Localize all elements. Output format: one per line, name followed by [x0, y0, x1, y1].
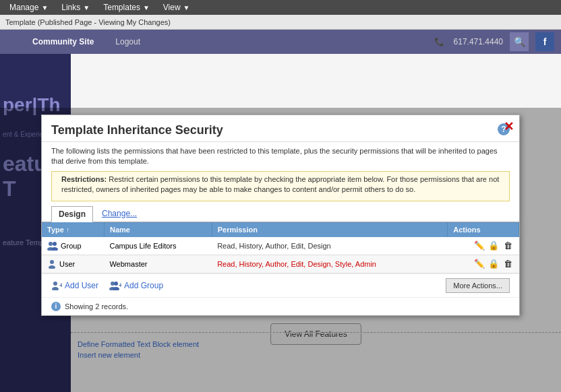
- add-group-link[interactable]: + Add Group: [109, 281, 163, 290]
- col-permission: Permission: [212, 222, 448, 237]
- col-type[interactable]: Type: [42, 222, 104, 237]
- actions-cell-1: ✏️ 🔒 🗑: [448, 237, 519, 255]
- phone-number: 617.471.4440: [454, 37, 503, 46]
- footer-add-links: + Add User + Add Group: [51, 281, 163, 290]
- delete-icon-2[interactable]: 🗑: [503, 259, 514, 269]
- info-icon: i: [51, 302, 61, 311]
- name-cell-2: Webmaster: [104, 255, 212, 273]
- view-menu[interactable]: View ▼: [156, 1, 197, 14]
- col-name: Name: [104, 222, 212, 237]
- modal-overlay: Template Inheritance Security ? The foll…: [0, 108, 561, 392]
- modal-tabs: Design Change...: [42, 205, 519, 222]
- secondary-nav-left: Community Site Logout: [7, 34, 144, 49]
- modal-footer: + Add User + Add Group: [42, 273, 519, 297]
- add-user-icon: +: [51, 281, 62, 290]
- modal-status-bar: i Showing 2 records. ✕: [42, 297, 519, 315]
- main-background: per|Th ent & Experience Ma eature T eatu…: [0, 54, 561, 392]
- svg-text:+: +: [119, 282, 121, 289]
- view-chevron: ▼: [183, 4, 190, 11]
- nav-item-community-site[interactable]: Community Site: [28, 34, 98, 49]
- svg-point-6: [53, 282, 57, 286]
- manage-chevron: ▼: [41, 4, 48, 11]
- modal-title: Template Inheritance Security: [51, 123, 223, 137]
- svg-point-4: [50, 260, 54, 264]
- edit-icon-1[interactable]: ✏️: [474, 240, 485, 251]
- table-row: User Webmaster Read, History, Author, Ed…: [42, 255, 519, 273]
- links-menu[interactable]: Links ▼: [55, 1, 96, 14]
- name-cell-1: Campus Life Editors: [104, 237, 212, 255]
- permission-cell-1: Read, History, Author, Edit, Design: [212, 237, 448, 255]
- edit-icon-2[interactable]: ✏️: [474, 259, 485, 269]
- facebook-button[interactable]: f: [535, 32, 554, 51]
- close-button[interactable]: ✕: [504, 119, 514, 134]
- actions-cell-2: ✏️ 🔒 🗑: [448, 255, 519, 273]
- modal-description: The following lists the permissions that…: [42, 142, 519, 171]
- svg-point-7: [52, 287, 59, 290]
- secondary-nav-right: 📞 617.471.4440 🔍 f: [434, 32, 554, 51]
- tab-change[interactable]: Change...: [94, 205, 144, 222]
- search-button[interactable]: 🔍: [510, 32, 529, 51]
- templates-menu[interactable]: Templates ▼: [96, 1, 156, 14]
- secondary-nav: Community Site Logout 📞 617.471.4440 🔍 f: [0, 30, 561, 54]
- svg-point-5: [49, 265, 55, 269]
- svg-text:+: +: [59, 282, 62, 289]
- group-icon: [47, 241, 58, 251]
- type-cell-2: User: [42, 255, 104, 273]
- svg-point-0: [49, 242, 53, 246]
- svg-point-1: [53, 242, 57, 246]
- modal-restrictions: Restrictions: Restrict certain permissio…: [51, 171, 510, 201]
- phone-icon: 📞: [434, 37, 444, 46]
- col-actions: Actions: [448, 222, 519, 237]
- modal-header: Template Inheritance Security ?: [42, 115, 519, 142]
- status-text: Showing 2 records.: [65, 302, 128, 311]
- links-chevron: ▼: [83, 4, 90, 11]
- tab-design[interactable]: Design: [51, 206, 93, 222]
- nav-item-logout[interactable]: Logout: [111, 34, 144, 49]
- templates-chevron: ▼: [143, 4, 150, 11]
- svg-point-10: [114, 282, 118, 286]
- table-row: Group Campus Life Editors Read, History,…: [42, 237, 519, 255]
- lock-icon-1[interactable]: 🔒: [488, 240, 499, 251]
- permissions-table: Type Name Permission Actions: [42, 222, 519, 273]
- more-actions-button[interactable]: More Actions...: [446, 278, 510, 293]
- delete-icon-1[interactable]: 🗑: [503, 240, 514, 251]
- top-nav: Manage ▼ Links ▼ Templates ▼ View ▼: [0, 0, 561, 15]
- manage-menu[interactable]: Manage ▼: [3, 1, 55, 14]
- page-title: Template (Published Page - Viewing My Ch…: [5, 18, 171, 26]
- add-user-link[interactable]: + Add User: [51, 281, 98, 290]
- page-title-bar: Template (Published Page - Viewing My Ch…: [0, 15, 561, 30]
- add-group-icon: +: [109, 281, 121, 290]
- lock-icon-2[interactable]: 🔒: [488, 259, 499, 269]
- user-icon: [47, 259, 57, 269]
- restrictions-label: Restrictions:: [61, 175, 107, 183]
- nav-item-home[interactable]: [7, 39, 15, 44]
- permission-cell-2: Read, History, Author, Edit, Design, Sty…: [212, 255, 448, 273]
- type-cell-1: Group: [42, 237, 104, 255]
- modal-dialog: Template Inheritance Security ? The foll…: [41, 115, 520, 316]
- restrictions-text: Restrict certain permissions to this tem…: [61, 175, 499, 193]
